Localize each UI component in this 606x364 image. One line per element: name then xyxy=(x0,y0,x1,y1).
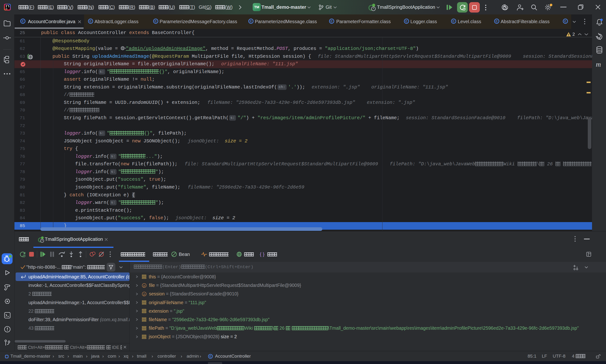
svg-text:C: C xyxy=(250,19,252,23)
svg-text:C: C xyxy=(155,19,157,23)
svg-text:C: C xyxy=(453,19,455,23)
svg-text:C: C xyxy=(331,19,333,23)
svg-text:C: C xyxy=(496,19,498,23)
svg-text:C: C xyxy=(209,355,211,358)
svg-text:C: C xyxy=(90,19,92,23)
svg-text:p: p xyxy=(143,284,145,287)
svg-text:C: C xyxy=(405,19,408,23)
svg-text:p: p xyxy=(143,292,145,296)
svg-text:C: C xyxy=(564,19,567,23)
svg-text:C: C xyxy=(22,19,24,23)
